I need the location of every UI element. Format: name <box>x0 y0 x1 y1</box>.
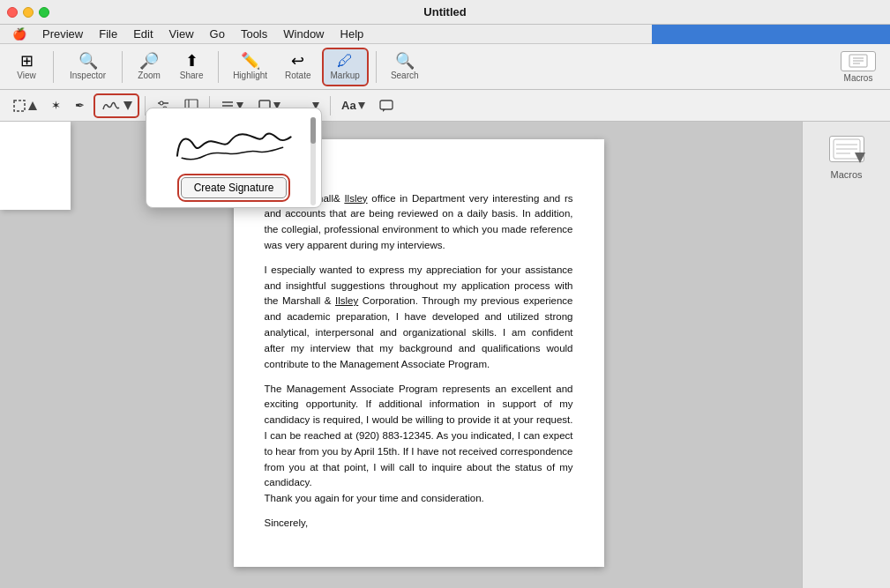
macros-panel-icon <box>829 136 864 162</box>
rotate-label: Rotate <box>285 71 310 80</box>
search-icon: 🔍 <box>395 53 415 69</box>
view-label: View <box>17 71 36 80</box>
doc-closing: Sincerely, <box>265 516 573 532</box>
markup-toolbar: ✶ ✒ <box>0 90 890 122</box>
pen-icon: ✒ <box>75 99 85 112</box>
zoom-label: Zoom <box>138 71 161 80</box>
svg-marker-22 <box>358 102 365 109</box>
menu-preview[interactable]: Preview <box>35 26 90 42</box>
menu-tools[interactable]: Tools <box>234 26 274 42</box>
markup-pen-button[interactable]: ✒ <box>70 93 90 118</box>
markup-icon: 🖊 <box>337 53 353 69</box>
rotate-button[interactable]: ↩ Rotate <box>278 48 318 86</box>
signature-image <box>161 111 307 176</box>
highlight-button[interactable]: ✏️ Highlight <box>226 48 274 86</box>
menu-go[interactable]: Go <box>203 26 232 42</box>
close-button[interactable] <box>7 7 18 18</box>
svg-marker-24 <box>383 109 385 112</box>
right-panel: Macros <box>802 122 890 588</box>
svg-marker-29 <box>855 153 865 163</box>
share-button[interactable]: ⬆ Share <box>172 48 211 86</box>
markup-label: Markup <box>331 71 360 80</box>
scroll-bar[interactable] <box>310 117 316 205</box>
view-icon: ⊞ <box>20 53 34 69</box>
font-icon: Aa <box>341 99 356 112</box>
scroll-thumb[interactable] <box>310 117 316 144</box>
zoom-button[interactable]: 🔎 Zoom <box>130 48 168 86</box>
main-content: U LETTER at the Marshall& Ilsley office … <box>0 122 890 588</box>
create-signature-button[interactable]: Create Signature <box>181 177 288 198</box>
highlight-label: Highlight <box>233 71 267 80</box>
menu-window[interactable]: Window <box>276 26 331 42</box>
menu-apple[interactable]: 🍎 <box>5 26 34 42</box>
separator-1 <box>53 51 54 83</box>
svg-rect-4 <box>14 100 25 111</box>
inspector-icon: 🔍 <box>79 53 98 69</box>
inspector-label: Inspector <box>70 71 106 80</box>
selection-rect-button[interactable] <box>7 93 42 118</box>
svg-marker-6 <box>123 101 132 110</box>
search-label: Search <box>391 71 419 80</box>
share-icon: ⬆ <box>185 53 198 69</box>
macros-panel-label: Macros <box>830 169 862 180</box>
macros-icon <box>841 51 876 71</box>
signature-popup: Create Signature <box>146 108 322 208</box>
menu-file[interactable]: File <box>92 26 124 42</box>
blue-accent-bar <box>652 25 890 44</box>
font-button[interactable]: Aa <box>336 93 370 118</box>
titlebar: Untitled <box>0 0 890 25</box>
zoom-icon: 🔎 <box>139 53 159 69</box>
comment-button[interactable] <box>374 93 399 118</box>
doc-para2: I especially wanted to express my apprec… <box>265 263 573 373</box>
doc-para3: The Management Associate Program represe… <box>265 382 573 508</box>
lasso-button[interactable]: ✶ <box>46 93 66 118</box>
separator-2 <box>122 51 123 83</box>
highlight-icon: ✏️ <box>241 53 260 69</box>
maximize-button[interactable] <box>39 7 49 18</box>
main-toolbar: ⊞ View 🔍 Inspector 🔎 Zoom ⬆ Share ✏️ Hig… <box>0 44 890 90</box>
separator-4 <box>376 51 377 83</box>
inspector-button[interactable]: 🔍 Inspector <box>61 48 115 86</box>
svg-point-9 <box>160 101 163 105</box>
separator-3 <box>218 51 219 83</box>
tb2-sep-3 <box>330 96 331 115</box>
partial-page-left <box>0 122 71 210</box>
app-title: Untitled <box>423 5 466 19</box>
share-label: Share <box>180 71 204 80</box>
svg-marker-5 <box>28 101 37 110</box>
menu-help[interactable]: Help <box>333 26 371 42</box>
search-button[interactable]: 🔍 Search <box>384 48 426 86</box>
svg-rect-23 <box>380 100 393 109</box>
macros-panel-button[interactable]: Macros <box>822 129 871 187</box>
document-area: U LETTER at the Marshall& Ilsley office … <box>0 122 802 588</box>
macros-label: Macros <box>844 73 873 83</box>
menu-view[interactable]: View <box>162 26 201 42</box>
signature-button[interactable] <box>93 93 139 118</box>
lasso-icon: ✶ <box>51 99 61 112</box>
menu-edit[interactable]: Edit <box>126 26 160 42</box>
view-button[interactable]: ⊞ View <box>7 48 46 86</box>
macros-button[interactable]: Macros <box>834 48 883 86</box>
rotate-icon: ↩ <box>291 53 304 69</box>
traffic-lights <box>7 7 49 18</box>
markup-button[interactable]: 🖊 Markup <box>322 48 369 86</box>
minimize-button[interactable] <box>23 7 34 18</box>
